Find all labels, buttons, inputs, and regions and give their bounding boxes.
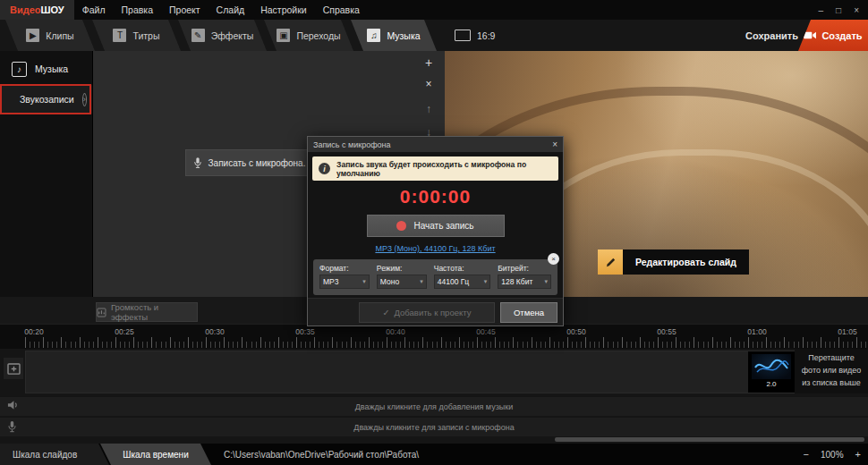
chevron-right-icon[interactable]: › [82, 93, 87, 106]
menu-file[interactable]: Файл [74, 4, 114, 15]
menu-edit[interactable]: Правка [114, 4, 161, 15]
bitrate-label: Битрейт: [498, 264, 551, 273]
pencil-icon [598, 249, 623, 275]
tab-music[interactable]: ♫ Музыка [351, 20, 437, 51]
frequency-field: Частота: 44100 Гц▾ [434, 264, 491, 291]
dialog-title: Запись с микрофона [313, 140, 391, 149]
zoom-out-icon[interactable]: − [804, 449, 809, 460]
tab-titles-label: Титры [132, 30, 159, 41]
tab-effects-label: Эффекты [211, 30, 254, 41]
sidebar: ♪ Музыка Звукозаписи › [0, 51, 93, 324]
chevron-down-icon: ▾ [484, 278, 488, 285]
mode-field: Режим: Моно▾ [377, 264, 427, 291]
bitrate-field: Битрейт: 128 Кбит▾ [498, 264, 551, 291]
ruler-tick-label: 00:25 [115, 327, 133, 336]
check-icon: ✓ [383, 308, 390, 317]
sidebar-item-music[interactable]: ♪ Музыка [0, 55, 92, 82]
slide-duration-label: 2.0 [748, 380, 795, 388]
create-button[interactable]: Создать [798, 20, 868, 51]
tab-effects[interactable]: ✎ Эффекты [178, 20, 267, 51]
dialog-close-icon[interactable]: × [552, 140, 557, 149]
cancel-label: Отмена [514, 308, 544, 317]
ruler-tick-label: 00:55 [657, 327, 676, 336]
menu-project[interactable]: Проект [161, 4, 208, 15]
maximize-icon[interactable]: □ [836, 5, 841, 15]
format-field: Формат: MP3▾ [319, 264, 370, 291]
slide-thumbnail[interactable]: 2.0 [748, 351, 795, 393]
music-track[interactable]: Дважды кликните для добавления музыки [0, 396, 868, 416]
format-select[interactable]: MP3▾ [319, 275, 370, 289]
cancel-button[interactable]: Отмена [500, 302, 557, 323]
record-dot-icon [396, 221, 406, 231]
volume-effects-button[interactable]: Громкость и эффекты [96, 302, 198, 322]
project-path: C:\Users\vaban\OneDrive\Рабочий стол\Раб… [224, 444, 419, 465]
frequency-select[interactable]: 44100 Гц▾ [434, 275, 491, 289]
close-icon[interactable]: × [854, 5, 859, 15]
text-icon: Т [113, 29, 126, 42]
save-button[interactable]: Сохранить [745, 20, 798, 51]
delete-icon[interactable]: × [421, 76, 437, 92]
slide-track[interactable] [25, 351, 795, 393]
start-record-label: Начать запись [413, 221, 473, 231]
sidebar-music-label: Музыка [35, 63, 68, 74]
ruler-ticks [25, 337, 868, 348]
add-icon[interactable]: + [421, 55, 437, 71]
zoom-level: 100% [821, 450, 844, 460]
sidebar-item-recordings[interactable]: Звукозаписи › [0, 85, 92, 114]
info-banner-text: Запись звука будет происходить с микрофо… [336, 160, 552, 178]
mode-select[interactable]: Моно▾ [377, 275, 427, 289]
tab-slides-scale[interactable]: Шкала слайдов [0, 444, 109, 465]
format-settings-link[interactable]: MP3 (Моно), 44100 Гц, 128 Кбит [308, 244, 563, 253]
dialog-title-bar[interactable]: Запись с микрофона × [308, 137, 563, 152]
volume-icon [97, 308, 106, 317]
microphone-icon [7, 420, 17, 433]
add-to-project-button[interactable]: ✓ Добавить к проекту [359, 302, 495, 323]
chevron-down-icon: ▾ [420, 278, 423, 285]
tab-time-scale[interactable]: Шкала времени [100, 444, 211, 465]
format-label: Формат: [319, 264, 370, 273]
format-settings-panel: Формат: MP3▾ Режим: Моно▾ Частота: 44100… [313, 259, 557, 295]
music-note-icon: ♫ [367, 29, 380, 42]
bitrate-select[interactable]: 128 Кбит▾ [498, 275, 551, 289]
create-button-label: Создать [821, 30, 862, 41]
info-banner: i Запись звука будет происходить с микро… [312, 156, 558, 181]
wand-icon: ✎ [191, 29, 205, 42]
minimize-icon[interactable]: – [819, 5, 824, 15]
video-camera-icon [804, 30, 817, 40]
edit-slide-button[interactable]: Редактировать слайд [598, 249, 749, 275]
ruler-tick-label: 00:30 [205, 327, 224, 336]
menu-settings[interactable]: Настройки [252, 4, 315, 15]
settings-close-icon[interactable]: × [548, 253, 559, 265]
menu-help[interactable]: Справка [315, 4, 368, 15]
tab-transitions[interactable]: ▣ Переходы [264, 20, 353, 51]
ruler-tick-label: 00:35 [295, 327, 314, 336]
add-slide-icon [7, 363, 21, 375]
sidebar-recordings-label: Звукозаписи [20, 94, 74, 105]
horizontal-scrollbar[interactable] [555, 437, 864, 442]
tab-transitions-label: Переходы [296, 30, 340, 41]
tab-clips[interactable]: ▶ Клипы [5, 20, 95, 51]
ruler-tick-label: 00:50 [566, 327, 585, 336]
app-window: ВидеоШОУ Файл Правка Проект Слайд Настро… [0, 0, 868, 465]
move-up-icon[interactable]: ↑ [421, 101, 437, 117]
chevron-down-icon: ▾ [362, 278, 366, 285]
mic-track-hint: Дважды кликните для записи с микрофона [353, 423, 514, 432]
info-icon: i [319, 163, 330, 174]
tab-music-label: Музыка [387, 30, 420, 41]
mic-track[interactable]: Дважды кликните для записи с микрофона [0, 417, 868, 436]
window-controls: – □ × [819, 5, 868, 15]
zoom-in-icon[interactable]: + [855, 449, 861, 460]
add-slide-button[interactable] [4, 358, 23, 379]
dialog-footer: ✓ Добавить к проекту Отмена [308, 298, 563, 326]
tab-titles[interactable]: Т Титры [92, 20, 181, 51]
music-note-icon: ♪ [12, 62, 27, 77]
start-record-button[interactable]: Начать запись [367, 215, 505, 237]
tab-bar: ▶ Клипы Т Титры ✎ Эффекты ▣ Переходы ♫ М… [0, 20, 868, 52]
ruler-tick-label: 00:45 [476, 327, 495, 336]
speaker-icon [7, 400, 19, 410]
aspect-ratio[interactable]: 16:9 [455, 20, 495, 51]
logo-part2: ШОУ [41, 4, 64, 15]
menu-slide[interactable]: Слайд [208, 4, 253, 15]
timeline-ruler[interactable]: 00:20 00:25 00:30 00:35 00:40 00:45 00:5… [0, 324, 868, 350]
record-from-mic-button[interactable]: Записать с микрофона. [185, 149, 313, 176]
